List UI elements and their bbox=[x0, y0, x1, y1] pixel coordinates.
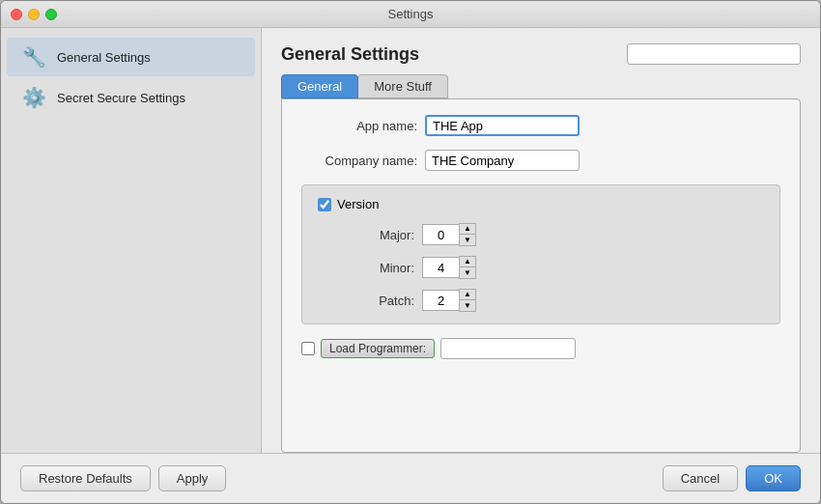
content-panel: App name: Company name: Version bbox=[281, 98, 801, 453]
sidebar-item-general[interactable]: 🔧 General Settings bbox=[7, 38, 255, 76]
titlebar: Settings bbox=[1, 1, 820, 28]
version-checkbox-row: Version bbox=[318, 197, 764, 211]
patch-stepper-buttons: ▲ ▼ bbox=[459, 289, 476, 312]
minor-increment-button[interactable]: ▲ bbox=[460, 257, 475, 267]
major-decrement-button[interactable]: ▼ bbox=[460, 235, 475, 245]
patch-label: Patch: bbox=[356, 294, 414, 308]
window-controls bbox=[11, 9, 57, 20]
app-name-input[interactable] bbox=[425, 115, 580, 136]
major-input[interactable] bbox=[422, 224, 459, 245]
company-name-label: Company name: bbox=[301, 154, 417, 168]
load-programmer-row: Load Programmer: bbox=[301, 338, 780, 359]
major-increment-button[interactable]: ▲ bbox=[460, 224, 475, 235]
page-title: General Settings bbox=[281, 44, 419, 65]
minor-label: Minor: bbox=[356, 261, 414, 275]
tab-more-stuff[interactable]: More Stuff bbox=[357, 74, 448, 98]
load-programmer-button[interactable]: Load Programmer: bbox=[321, 339, 435, 358]
cancel-button[interactable]: Cancel bbox=[663, 465, 738, 491]
footer: Restore Defaults Apply Cancel OK bbox=[1, 453, 820, 503]
ok-button[interactable]: OK bbox=[746, 465, 801, 491]
settings-window: Settings 🔧 General Settings ⚙️ Secret Se… bbox=[0, 0, 821, 504]
minor-decrement-button[interactable]: ▼ bbox=[460, 267, 475, 278]
load-programmer-checkbox[interactable] bbox=[301, 342, 315, 355]
version-checkbox[interactable] bbox=[318, 198, 331, 211]
tab-general[interactable]: General bbox=[281, 74, 358, 98]
version-fields: Major: ▲ ▼ Minor: bbox=[356, 223, 764, 312]
footer-left: Restore Defaults Apply bbox=[20, 465, 226, 491]
tabs-container: General More Stuff bbox=[281, 74, 801, 98]
window-title: Settings bbox=[388, 7, 434, 21]
patch-row: Patch: ▲ ▼ bbox=[356, 289, 764, 312]
major-stepper-buttons: ▲ ▼ bbox=[459, 223, 476, 246]
sidebar-label-general: General Settings bbox=[57, 50, 151, 65]
load-programmer-input[interactable] bbox=[440, 338, 576, 359]
patch-input[interactable] bbox=[422, 290, 459, 311]
apply-button[interactable]: Apply bbox=[158, 465, 227, 491]
company-name-row: Company name: bbox=[301, 150, 780, 171]
major-row: Major: ▲ ▼ bbox=[356, 223, 764, 246]
sidebar: 🔧 General Settings ⚙️ Secret Secure Sett… bbox=[1, 28, 262, 453]
minor-stepper-buttons: ▲ ▼ bbox=[459, 256, 476, 279]
main-content: General Settings General More Stuff App … bbox=[262, 28, 820, 453]
app-name-row: App name: bbox=[301, 115, 780, 136]
close-button[interactable] bbox=[11, 9, 22, 20]
minor-input[interactable] bbox=[422, 257, 459, 278]
minor-row: Minor: ▲ ▼ bbox=[356, 256, 764, 279]
secret-settings-icon: ⚙️ bbox=[20, 84, 47, 111]
search-input[interactable] bbox=[627, 43, 801, 65]
patch-stepper: ▲ ▼ bbox=[422, 289, 476, 312]
general-settings-icon: 🔧 bbox=[20, 43, 47, 70]
patch-decrement-button[interactable]: ▼ bbox=[460, 300, 475, 311]
patch-increment-button[interactable]: ▲ bbox=[460, 290, 475, 300]
minor-stepper: ▲ ▼ bbox=[422, 256, 476, 279]
app-name-label: App name: bbox=[301, 119, 417, 133]
version-label: Version bbox=[337, 197, 379, 211]
sidebar-item-secret[interactable]: ⚙️ Secret Secure Settings bbox=[7, 78, 255, 117]
version-section: Version Major: ▲ ▼ bbox=[301, 184, 780, 324]
minimize-button[interactable] bbox=[28, 9, 40, 20]
window-body: 🔧 General Settings ⚙️ Secret Secure Sett… bbox=[1, 28, 820, 453]
sidebar-label-secret: Secret Secure Settings bbox=[57, 91, 185, 105]
maximize-button[interactable] bbox=[45, 9, 57, 20]
company-name-input[interactable] bbox=[425, 150, 580, 171]
major-stepper: ▲ ▼ bbox=[422, 223, 476, 246]
major-label: Major: bbox=[356, 228, 414, 242]
restore-defaults-button[interactable]: Restore Defaults bbox=[20, 465, 151, 491]
main-header: General Settings bbox=[281, 43, 801, 65]
footer-right: Cancel OK bbox=[663, 465, 801, 491]
